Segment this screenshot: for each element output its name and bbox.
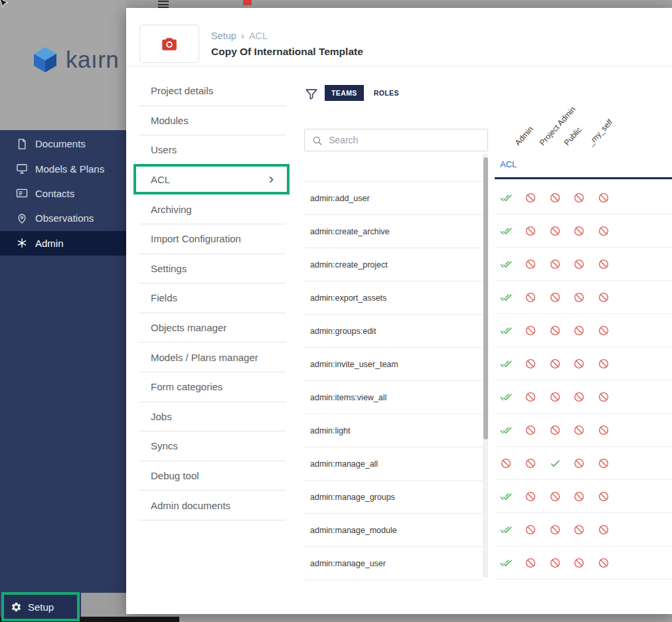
block-icon[interactable] xyxy=(598,358,610,370)
block-icon[interactable] xyxy=(573,192,585,204)
block-icon[interactable] xyxy=(598,524,610,536)
block-icon[interactable] xyxy=(598,258,610,270)
block-icon[interactable] xyxy=(525,391,537,403)
block-icon[interactable] xyxy=(598,391,610,403)
block-icon[interactable] xyxy=(549,358,561,370)
block-icon[interactable] xyxy=(549,491,561,503)
block-icon[interactable] xyxy=(525,524,537,536)
nav-item-import-configuration[interactable]: Import Configuration xyxy=(139,224,286,254)
nav-item-archiving[interactable]: Archiving xyxy=(139,194,286,224)
sidebar-menu: DocumentsModels & PlansContactsObservati… xyxy=(0,130,126,617)
block-icon[interactable] xyxy=(598,291,610,303)
scrollbar-thumb[interactable] xyxy=(483,157,488,439)
block-icon[interactable] xyxy=(525,225,537,237)
permission-row-admin-groups-edit: admin:groups:edit xyxy=(304,315,483,348)
block-icon[interactable] xyxy=(598,225,610,237)
nav-item-acl[interactable]: ACL› xyxy=(139,165,286,195)
nav-item-label: Import Configuration xyxy=(151,233,241,244)
breadcrumb-acl[interactable]: ACL xyxy=(249,31,268,41)
nav-item-syncs[interactable]: Syncs xyxy=(139,431,286,461)
block-icon[interactable] xyxy=(573,557,585,569)
tab-roles[interactable]: ROLES xyxy=(373,85,400,101)
sidebar-item-contacts[interactable]: Contacts xyxy=(0,181,126,206)
block-icon[interactable] xyxy=(525,291,537,303)
block-icon[interactable] xyxy=(525,325,537,337)
block-icon[interactable] xyxy=(549,391,561,403)
double-check-icon[interactable] xyxy=(500,557,512,569)
block-icon[interactable] xyxy=(598,557,610,569)
block-icon[interactable] xyxy=(549,192,561,204)
search-input[interactable] xyxy=(305,129,487,151)
double-check-icon[interactable] xyxy=(500,291,512,303)
block-icon[interactable] xyxy=(525,358,537,370)
double-check-icon[interactable] xyxy=(500,424,512,436)
acl-grid-row-admin-manage-groups xyxy=(495,480,672,513)
nav-item-fields[interactable]: Fields xyxy=(139,283,286,313)
block-icon[interactable] xyxy=(573,457,585,469)
nav-item-project-details[interactable]: Project details xyxy=(139,76,286,106)
block-icon[interactable] xyxy=(525,192,537,204)
acl-grid-row-admin-export-assets xyxy=(495,281,672,314)
block-icon[interactable] xyxy=(525,424,537,436)
block-icon[interactable] xyxy=(500,457,512,469)
double-check-icon[interactable] xyxy=(500,225,512,237)
setup-button[interactable]: Setup xyxy=(1,592,80,621)
double-check-icon[interactable] xyxy=(500,491,512,503)
block-icon[interactable] xyxy=(549,524,561,536)
nav-item-debug-tool[interactable]: Debug tool xyxy=(139,461,286,491)
nav-item-label: Fields xyxy=(151,292,177,303)
nav-item-models-plans-manager[interactable]: Models / Plans manager xyxy=(139,343,286,372)
block-icon[interactable] xyxy=(525,258,537,270)
block-icon[interactable] xyxy=(573,491,585,503)
block-icon[interactable] xyxy=(598,491,610,503)
double-check-icon[interactable] xyxy=(500,391,512,403)
background-patch xyxy=(81,593,126,617)
block-icon[interactable] xyxy=(549,225,561,237)
block-icon[interactable] xyxy=(525,457,537,469)
double-check-icon[interactable] xyxy=(500,325,512,337)
nav-item-objects-manager[interactable]: Objects manager xyxy=(139,313,286,343)
block-icon[interactable] xyxy=(573,325,585,337)
nav-item-modules[interactable]: Modules xyxy=(139,106,286,136)
block-icon[interactable] xyxy=(598,424,610,436)
block-icon[interactable] xyxy=(573,391,585,403)
check-icon[interactable] xyxy=(549,457,561,469)
sidebar-item-observations[interactable]: Observations xyxy=(0,206,126,230)
scrollbar-track[interactable] xyxy=(483,154,488,578)
block-icon[interactable] xyxy=(525,491,537,503)
nav-item-settings[interactable]: Settings xyxy=(139,254,286,284)
double-check-icon[interactable] xyxy=(500,192,512,204)
block-icon[interactable] xyxy=(549,424,561,436)
block-icon[interactable] xyxy=(573,258,585,270)
block-icon[interactable] xyxy=(549,258,561,270)
permission-label: admin:manage_groups xyxy=(310,493,395,502)
filter-funnel-icon[interactable] xyxy=(304,87,319,102)
block-icon[interactable] xyxy=(598,457,610,469)
double-check-icon[interactable] xyxy=(500,524,512,536)
sidebar-item-models-plans[interactable]: Models & Plans xyxy=(0,156,126,181)
nav-item-admin-documents[interactable]: Admin documents xyxy=(139,491,286,520)
tab-teams[interactable]: TEAMS xyxy=(325,85,364,101)
block-icon[interactable] xyxy=(549,325,561,337)
breadcrumb-setup[interactable]: Setup xyxy=(211,31,236,41)
block-icon[interactable] xyxy=(573,291,585,303)
acl-grid-row-admin-manage-module xyxy=(495,513,672,546)
double-check-icon[interactable] xyxy=(500,358,512,370)
sidebar-item-documents[interactable]: Documents xyxy=(0,131,126,156)
block-icon[interactable] xyxy=(549,557,561,569)
double-check-icon[interactable] xyxy=(500,258,512,270)
block-icon[interactable] xyxy=(573,424,585,436)
asterisk-icon xyxy=(16,237,28,249)
sidebar-item-admin[interactable]: Admin xyxy=(0,231,126,256)
block-icon[interactable] xyxy=(573,225,585,237)
nav-item-users[interactable]: Users xyxy=(139,135,286,165)
block-icon[interactable] xyxy=(598,192,610,204)
block-icon[interactable] xyxy=(573,358,585,370)
hamburger-icon[interactable] xyxy=(158,1,169,8)
nav-item-form-categories[interactable]: Form categories xyxy=(139,372,286,402)
nav-item-jobs[interactable]: Jobs xyxy=(139,402,286,432)
block-icon[interactable] xyxy=(598,325,610,337)
block-icon[interactable] xyxy=(573,524,585,536)
block-icon[interactable] xyxy=(525,557,537,569)
block-icon[interactable] xyxy=(549,291,561,303)
